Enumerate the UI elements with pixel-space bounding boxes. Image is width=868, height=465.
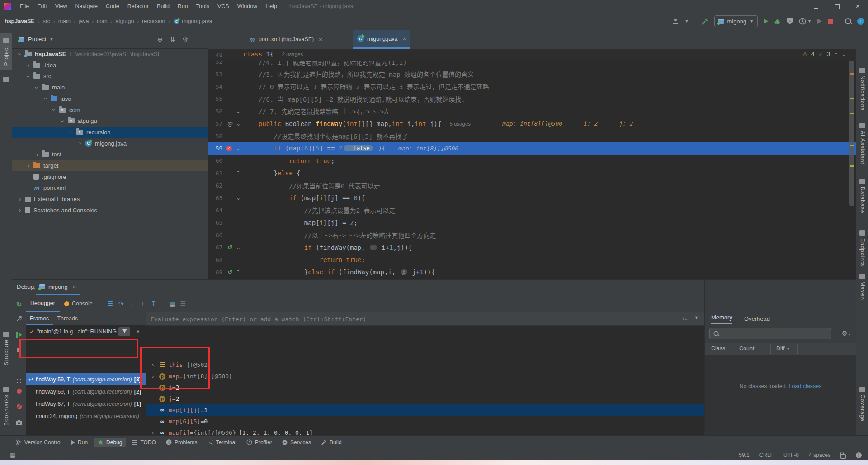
breakpoint-circle-icon[interactable]	[12, 388, 26, 395]
code-line-62[interactable]: 62 //如果当前位置是0 代表可以走	[208, 179, 856, 192]
menu-navigate[interactable]: Navigate	[71, 0, 102, 13]
fold-marker-icon[interactable]: ⌄	[236, 108, 241, 114]
breadcrumb-item-recursion[interactable]: recursion	[142, 18, 165, 24]
menu-refactor[interactable]: Refactor	[123, 0, 153, 13]
code-line-58[interactable]: 58 //设定最终找到坐标是map[6][5] 就不再找了	[208, 130, 856, 142]
user-dropdown-icon[interactable]: ▼	[685, 19, 689, 23]
tree-item-java[interactable]: ›java	[12, 93, 208, 104]
column-class[interactable]: Class	[711, 345, 725, 352]
stop-button[interactable]	[828, 19, 833, 24]
usages-hint[interactable]: 2 usages	[282, 52, 303, 57]
run-button[interactable]	[764, 19, 768, 24]
tool-strip-maven[interactable]: Maven	[856, 274, 868, 324]
project-view-dropdown-icon[interactable]: ▼	[49, 37, 53, 42]
menu-edit[interactable]: Edit	[33, 0, 51, 13]
readonly-lock-icon[interactable]	[840, 454, 846, 459]
memory-settings-gear-icon[interactable]: ⚙▼	[842, 329, 851, 338]
tree-item-migongjava[interactable]: ›Cmigong.java	[12, 138, 208, 149]
code-line-68[interactable]: 68 return true;	[208, 254, 856, 266]
add-watch-icon[interactable]: +∞	[682, 315, 688, 322]
tab-frames[interactable]: Frames	[26, 312, 53, 325]
variable-row-map[interactable]: ›pmap = {int[8][]@500}	[146, 371, 705, 382]
fold-marker-icon[interactable]: ⌄	[236, 145, 241, 151]
tree-item-ExternalLibraries[interactable]: ›External Libraries	[12, 193, 208, 205]
frame-row-1[interactable]: ↩findWay:59, T(com.atguigu.recursion)[3]	[26, 373, 146, 385]
profiler-dropdown-icon[interactable]: ▼	[807, 19, 811, 23]
rerun-button[interactable]: ↻	[12, 301, 26, 309]
tree-chevron-icon[interactable]: ›	[68, 130, 75, 134]
caret-position[interactable]: 59:1	[739, 452, 749, 458]
tree-chevron-icon[interactable]: ›	[42, 96, 49, 101]
tree-chevron-icon[interactable]: ›	[25, 74, 32, 79]
toolwindow-button-profiler[interactable]: Profiler	[242, 438, 276, 447]
toolwindow-button-run[interactable]: Run	[67, 438, 92, 447]
debug-button[interactable]	[774, 18, 781, 25]
frame-row-3[interactable]: findWay:67, T(com.atguigu.recursion)[1]	[26, 398, 146, 410]
fold-marker-icon[interactable]: ⌄	[236, 195, 241, 201]
locate-file-icon[interactable]: ⊕	[157, 36, 163, 43]
fold-marker-icon[interactable]: ⌄	[236, 244, 241, 251]
tree-item-pomxml[interactable]: mpom.xml	[12, 182, 208, 193]
code-line-55[interactable]: 55 //6. 当 map[6][5] =2 就说明找到通路,就可以结束，否则就…	[208, 93, 856, 105]
breadcrumb-item-java[interactable]: java	[79, 18, 89, 24]
frame-row-2[interactable]: findWay:69, T(com.atguigu.recursion)[2]	[26, 385, 146, 398]
inspections-widget[interactable]: ⚠ 4 ✓ 3 ⌃ ⌄	[802, 51, 846, 57]
evaluate-expression-icon[interactable]: ▦	[167, 300, 178, 307]
tree-chevron-icon[interactable]: ›	[35, 151, 39, 158]
code-area[interactable]: 52 //4. i,j 就是老鼠的位置，初始化的位置为(1,1)53 //5. …	[208, 30, 856, 279]
tree-item-ScratchesandConsoles[interactable]: ›Scratches and Consoles	[12, 205, 208, 216]
tab-overhead[interactable]: Overhead	[744, 315, 770, 322]
tree-item-com[interactable]: ›com	[12, 104, 208, 116]
build-hammer-icon[interactable]	[701, 18, 708, 25]
breadcrumb-item-src[interactable]: src	[42, 18, 50, 24]
breadcrumb-item-hspJavaSE[interactable]: hspJavaSE	[5, 18, 35, 24]
toolwindow-button-terminal[interactable]: Terminal	[203, 438, 241, 447]
project-settings-gear-icon[interactable]: ⚙	[182, 36, 188, 43]
notifications-icon[interactable]: !	[856, 452, 862, 458]
search-everywhere-icon[interactable]	[845, 18, 851, 24]
toolwindow-button-debug[interactable]: Debug	[94, 438, 126, 447]
run-disabled-button[interactable]	[817, 19, 822, 24]
tool-strip-project[interactable]: Project	[0, 33, 12, 70]
tree-chevron-icon[interactable]: ›	[18, 207, 22, 214]
menu-build[interactable]: Build	[153, 0, 174, 13]
variable-row-map65[interactable]: ∞map[6][5] = 0	[146, 416, 705, 427]
tree-item-test[interactable]: ›test	[12, 149, 208, 160]
code-line-59[interactable]: 59✓⌄ if (map[6][5] == 2= false ){map: in…	[208, 142, 856, 155]
expand-collapse-icon[interactable]: ⇅	[170, 36, 175, 43]
toolwindow-button-todo[interactable]: TODO	[128, 438, 160, 447]
indent-setting[interactable]: 4 spaces	[809, 452, 830, 458]
user-icon[interactable]	[672, 18, 679, 24]
tree-item-hspJavaSE[interactable]: ›hspJavaSEE:\workplace01\javaSE\hspJavaS…	[12, 48, 208, 60]
tab-console[interactable]: Console	[60, 295, 97, 312]
prev-issue-icon[interactable]: ⌃	[834, 52, 838, 57]
tree-chevron-icon[interactable]: ›	[59, 119, 66, 123]
close-debug-tab-icon[interactable]: ×	[73, 283, 76, 290]
commit-tool-icon[interactable]	[3, 77, 9, 82]
thread-selector[interactable]: ✓ "main"@1 in g...ain": RUNNING ▼	[26, 325, 146, 338]
menu-vcs[interactable]: VCS	[213, 0, 233, 13]
variable-row-i[interactable]: pi = 2	[146, 382, 705, 393]
tree-chevron-icon[interactable]: ›	[33, 85, 41, 90]
frame-row-4[interactable]: main:34, migong(com.atguigu.recursion)	[26, 410, 146, 422]
breadcrumb-item-main[interactable]: main	[58, 18, 71, 24]
tree-item-target[interactable]: ›target	[12, 160, 208, 171]
tool-strip-bookmarks[interactable]: Bookmarks	[0, 387, 12, 434]
file-encoding[interactable]: UTF-8	[783, 452, 799, 458]
tree-chevron-icon[interactable]: ›	[51, 108, 58, 112]
breadcrumb-item-atguigu[interactable]: atguigu	[115, 18, 134, 24]
mute-breakpoints-icon[interactable]	[12, 404, 26, 410]
filter-frames-button[interactable]	[118, 327, 130, 336]
ide-update-icon[interactable]: ↑	[857, 18, 864, 25]
code-line-65[interactable]: 65 map[i][j] = 2;	[208, 216, 856, 229]
tree-item-idea[interactable]: ›.idea	[12, 60, 208, 71]
tab-debugger[interactable]: Debugger	[26, 295, 60, 312]
menu-window[interactable]: Window	[233, 0, 261, 13]
tree-item-main[interactable]: ›main	[12, 82, 208, 93]
tree-chevron-icon[interactable]: ›	[78, 140, 82, 147]
code-line-56[interactable]: 56⌄ // 7. 先确定老鼠找路策略 上->右->下->左	[208, 105, 856, 117]
tree-chevron-icon[interactable]: ›	[26, 61, 31, 69]
run-to-cursor-icon[interactable]: ↧	[148, 300, 159, 307]
debug-tab-migong[interactable]: migong ×	[36, 280, 80, 295]
breadcrumb-item-com[interactable]: com	[97, 18, 108, 24]
